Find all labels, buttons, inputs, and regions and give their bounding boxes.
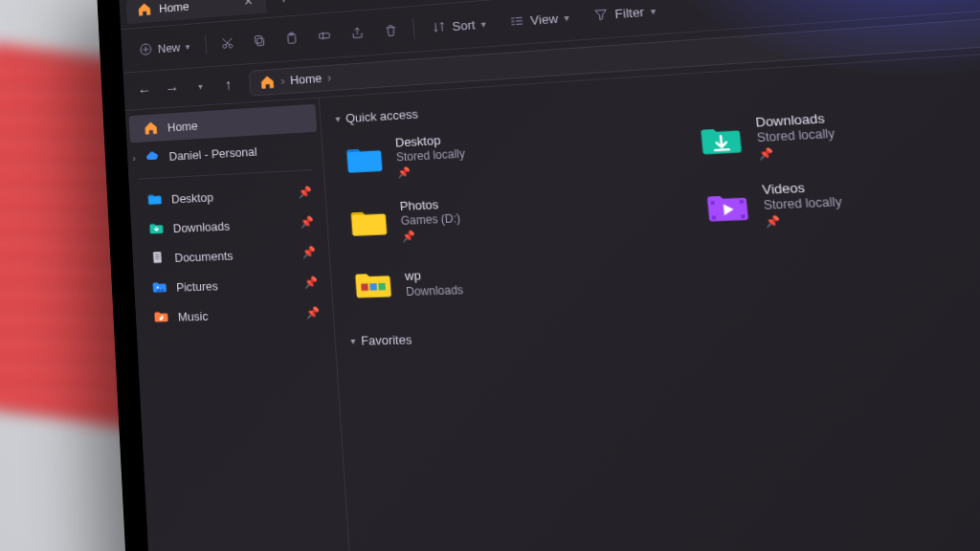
separator (412, 19, 415, 39)
new-tab-button[interactable]: ＋ (270, 0, 297, 11)
pin-icon: 📌 (765, 212, 844, 230)
separator (205, 34, 207, 55)
paste-button[interactable] (277, 24, 307, 52)
body: Home › Daniel - Personal Desktop 📌 (125, 33, 980, 551)
desktop-icon (343, 138, 387, 182)
back-button[interactable]: ← (132, 77, 158, 103)
svg-rect-4 (255, 35, 261, 43)
svg-rect-11 (369, 283, 377, 291)
chevron-down-icon: ▾ (185, 41, 189, 52)
breadcrumb-segment[interactable]: Home (290, 71, 323, 87)
home-icon (258, 73, 276, 90)
chevron-down-icon: ▾ (335, 114, 341, 124)
chevron-down-icon: ▾ (650, 5, 656, 16)
screen: Home ✕ ＋ New ▾ (119, 0, 980, 551)
onedrive-icon (145, 148, 161, 165)
downloads-icon (696, 117, 746, 163)
recent-locations-button[interactable]: ▾ (187, 73, 212, 99)
group-label: Favorites (361, 332, 412, 347)
new-button[interactable]: New ▾ (130, 33, 200, 63)
sidebar-separator (139, 169, 312, 180)
sidebar-item-label: Documents (174, 248, 234, 264)
sidebar-item-label: Desktop (171, 189, 214, 206)
copy-button[interactable] (244, 27, 275, 55)
tab-title: Home (159, 0, 189, 15)
up-button[interactable]: ↑ (215, 71, 241, 98)
home-icon (143, 120, 159, 137)
close-tab-icon[interactable]: ✕ (243, 0, 254, 8)
pin-icon: 📌 (300, 215, 314, 229)
tile-sub: Stored locally (763, 195, 842, 213)
sidebar-item-documents[interactable]: Documents 📌 (136, 237, 326, 273)
pin-icon: 📌 (397, 164, 467, 180)
pin-icon: 📌 (402, 229, 462, 244)
tile-desktop[interactable]: Desktop Stored locally 📌 (337, 121, 571, 187)
desktop-icon (146, 191, 163, 209)
music-icon (153, 308, 169, 325)
group-favorites[interactable]: ▾ Favorites (350, 310, 980, 348)
photos-folder-icon (346, 201, 390, 244)
pin-icon: 📌 (298, 186, 312, 199)
pin-icon: 📌 (305, 306, 320, 320)
tile-name: wp (405, 267, 463, 284)
rename-button[interactable] (309, 22, 340, 50)
group-label: Quick access (345, 107, 419, 125)
filter-button[interactable]: Filter ▾ (582, 0, 667, 30)
svg-rect-12 (378, 283, 386, 291)
cut-button[interactable] (212, 30, 242, 57)
tile-sub: Stored locally (396, 147, 466, 165)
tile-videos[interactable]: Videos Stored locally 📌 (696, 168, 964, 236)
new-label: New (157, 40, 180, 55)
sidebar-item-pictures[interactable]: Pictures 📌 (137, 268, 327, 302)
sidebar-item-label: Downloads (172, 218, 230, 234)
pin-icon: 📌 (758, 144, 837, 163)
pictures-icon (151, 279, 167, 297)
delete-button[interactable] (375, 16, 407, 45)
chevron-down-icon: ▾ (480, 18, 486, 29)
tile-downloads[interactable]: Downloads Stored locally 📌 (689, 99, 956, 169)
breadcrumb-separator: › (280, 74, 285, 88)
svg-rect-10 (361, 283, 368, 291)
tile-sub: Stored locally (756, 126, 835, 145)
sidebar-item-label: Home (167, 119, 197, 134)
home-icon (136, 1, 152, 18)
sidebar-item-label: Daniel - Personal (168, 144, 257, 164)
view-button[interactable]: View ▾ (499, 3, 580, 35)
sidebar-item-music[interactable]: Music 📌 (139, 298, 330, 332)
svg-rect-3 (256, 38, 263, 46)
share-button[interactable] (342, 19, 373, 47)
svg-rect-8 (153, 252, 162, 263)
sidebar: Home › Daniel - Personal Desktop 📌 (125, 99, 355, 551)
tile-sub: Downloads (406, 283, 464, 299)
tile-sub: Games (D:) (400, 211, 460, 229)
content-pane: ▾ Quick access Desktop Stored locally 📌 (320, 33, 980, 551)
tile-photos[interactable]: Photos Games (D:) 📌 (341, 187, 577, 250)
videos-icon (702, 184, 753, 230)
sort-button[interactable]: Sort ▾ (421, 10, 497, 41)
sidebar-item-label: Music (178, 309, 209, 323)
chevron-down-icon: ▾ (564, 11, 569, 22)
pin-icon: 📌 (303, 276, 318, 289)
downloads-icon (148, 220, 165, 237)
svg-rect-7 (320, 33, 330, 38)
tile-wp[interactable]: wp Downloads (345, 253, 583, 311)
chevron-down-icon: ▾ (350, 336, 356, 346)
breadcrumb-separator: › (326, 71, 331, 85)
expand-icon[interactable]: › (132, 153, 136, 164)
wp-folder-icon (351, 263, 395, 306)
sidebar-item-label: Pictures (176, 278, 218, 294)
pin-icon: 📌 (301, 245, 316, 258)
view-label: View (530, 11, 559, 27)
monitor-bezel: Home ✕ ＋ New ▾ (96, 0, 980, 551)
sort-label: Sort (452, 17, 476, 33)
filter-label: Filter (614, 4, 645, 20)
forward-button[interactable]: → (159, 75, 185, 101)
documents-icon (149, 250, 166, 267)
